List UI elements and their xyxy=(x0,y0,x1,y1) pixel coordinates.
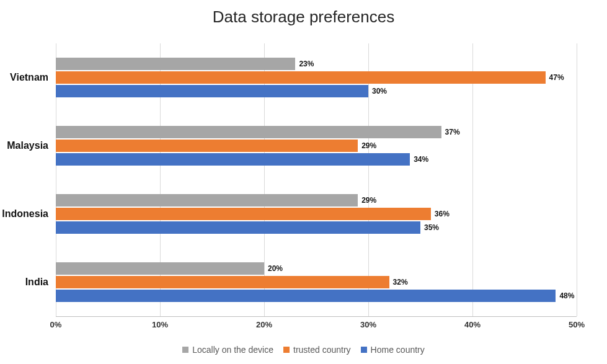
bar xyxy=(56,140,358,152)
bar xyxy=(56,208,431,220)
gridline xyxy=(160,43,161,316)
gridline xyxy=(56,43,56,316)
bar xyxy=(56,276,389,288)
bar xyxy=(56,290,556,302)
bar xyxy=(56,153,410,166)
bar xyxy=(56,194,358,206)
legend-item: Home country xyxy=(361,345,425,355)
bar-value-label: 37% xyxy=(445,128,460,136)
legend-label: Locally on the device xyxy=(192,345,273,355)
legend-item: Locally on the device xyxy=(182,345,273,355)
x-tick-label: 40% xyxy=(464,320,481,329)
x-tick-label: 50% xyxy=(569,320,585,329)
bar-value-label: 20% xyxy=(268,264,283,273)
gridline xyxy=(264,43,265,316)
bar-value-label: 36% xyxy=(435,210,450,218)
bar-value-label: 35% xyxy=(424,223,439,232)
legend-swatch xyxy=(182,347,188,353)
legend-label: Home country xyxy=(371,345,425,355)
legend-item: trusted country xyxy=(283,345,351,355)
bar xyxy=(56,85,368,97)
bar xyxy=(56,262,264,275)
x-tick-label: 20% xyxy=(256,320,272,329)
x-tick-label: 10% xyxy=(152,320,168,329)
gridline xyxy=(368,43,369,316)
bar xyxy=(56,71,546,84)
chart-title: Data storage preferences xyxy=(0,7,607,27)
gridline xyxy=(577,43,577,316)
x-tick-label: 0% xyxy=(50,320,62,329)
legend-swatch xyxy=(361,347,367,353)
category-label: India xyxy=(25,277,48,288)
bar xyxy=(56,58,295,70)
bar-value-label: 48% xyxy=(559,291,574,300)
category-label: Vietnam xyxy=(10,72,48,83)
bar-value-label: 23% xyxy=(299,60,314,68)
chart-container: Data storage preferences 0%10%20%30%40%5… xyxy=(0,0,607,364)
category-label: Indonesia xyxy=(2,208,48,220)
bar xyxy=(56,126,441,138)
bar-value-label: 30% xyxy=(372,87,387,95)
category-label: Malaysia xyxy=(7,140,48,151)
gridline xyxy=(472,43,473,316)
x-tick-label: 30% xyxy=(360,320,376,329)
bar-value-label: 29% xyxy=(361,141,376,150)
bar-value-label: 47% xyxy=(549,73,564,82)
bar xyxy=(56,221,420,234)
plot-area: 0%10%20%30%40%50%Vietnam23%47%30%Malaysi… xyxy=(56,43,577,317)
legend-label: trusted country xyxy=(293,345,351,355)
bar-value-label: 34% xyxy=(414,155,428,164)
bar-value-label: 32% xyxy=(393,278,408,286)
legend: Locally on the devicetrusted countryHome… xyxy=(0,345,607,355)
legend-swatch xyxy=(283,347,290,353)
bar-value-label: 29% xyxy=(361,196,376,205)
